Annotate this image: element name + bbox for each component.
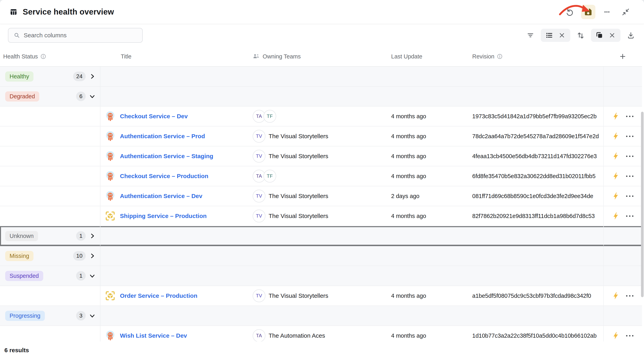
search-columns-box[interactable]	[8, 28, 143, 43]
service-title-link[interactable]: Checkout Service – Dev	[120, 113, 188, 120]
row-menu-button[interactable]	[626, 295, 634, 296]
row-menu-button[interactable]	[626, 176, 634, 177]
service-teams-cell: TV The Visual Storytellers	[250, 186, 382, 206]
search-columns-input[interactable]	[24, 32, 137, 39]
scorecard-bolt-icon[interactable]	[612, 112, 619, 120]
sort-icon	[576, 31, 585, 40]
team-avatar: TV	[253, 210, 266, 222]
scorecard-bolt-icon[interactable]	[612, 132, 619, 140]
group-count: 3	[76, 311, 86, 320]
empty-cell	[250, 246, 382, 266]
group-row[interactable]: Missing 10	[0, 246, 642, 266]
empty-cell	[250, 266, 382, 286]
service-status-cell	[0, 206, 100, 226]
undo-button[interactable]	[562, 5, 577, 19]
group-controls: 10	[73, 251, 96, 261]
chevron-icon[interactable]	[89, 312, 96, 319]
save-button[interactable]	[581, 5, 596, 19]
collapse-widget-button[interactable]	[618, 5, 633, 19]
service-teams-cell: TA The Automation Aces	[250, 326, 382, 341]
service-title-cell: Checkout Service – Production	[100, 166, 250, 186]
service-status-cell	[0, 107, 100, 126]
row-menu-button[interactable]	[626, 116, 634, 117]
service-row[interactable]: Wish List Service – Dev TA The Automatio…	[0, 326, 642, 341]
status-badge: Progressing	[5, 311, 45, 321]
table-widget-icon	[10, 8, 18, 16]
column-header-owning-teams[interactable]: Owning Teams	[250, 47, 382, 66]
group-row[interactable]: Progressing 3	[0, 306, 642, 326]
row-menu-button[interactable]	[626, 215, 634, 217]
column-header-health-status[interactable]: Health Status	[0, 47, 100, 66]
scorecard-bolt-icon[interactable]	[612, 172, 619, 180]
group-status-cell[interactable]: Healthy 24	[0, 67, 100, 86]
column-header-revision[interactable]: Revision	[468, 47, 603, 66]
service-title-link[interactable]: Order Service – Production	[120, 292, 197, 299]
table-footer: 6 results	[0, 341, 644, 359]
row-menu-button[interactable]	[626, 195, 634, 197]
empty-cell	[468, 246, 603, 266]
vertical-scrollbar[interactable]	[641, 112, 644, 297]
service-title-link[interactable]: Shipping Service – Production	[120, 213, 207, 219]
team-avatar: TV	[253, 150, 266, 163]
team-name: The Automation Aces	[268, 332, 325, 339]
group-row[interactable]: Unknown 1	[0, 226, 642, 246]
clear-group-by-button[interactable]	[608, 31, 616, 40]
scorecard-bolt-icon[interactable]	[612, 292, 619, 300]
chevron-icon[interactable]	[89, 73, 96, 80]
scorecard-bolt-icon[interactable]	[612, 212, 619, 220]
row-menu-button[interactable]	[626, 335, 634, 336]
group-status-cell[interactable]: Degraded 6	[0, 87, 100, 106]
scorecard-bolt-icon[interactable]	[612, 332, 619, 340]
group-row[interactable]: Suspended 1	[0, 266, 642, 286]
list-view-button[interactable]	[545, 31, 554, 40]
empty-cell	[100, 226, 250, 246]
chevron-icon[interactable]	[89, 252, 96, 259]
service-row[interactable]: Authentication Service – Prod TV The Vis…	[0, 126, 642, 146]
service-title-link[interactable]: Authentication Service – Staging	[120, 153, 213, 160]
group-status-cell[interactable]: Missing 10	[0, 246, 100, 266]
export-button[interactable]	[626, 31, 635, 40]
team-name: The Visual Storytellers	[268, 213, 328, 219]
group-row[interactable]: Healthy 24	[0, 67, 642, 87]
service-title-link[interactable]: Wish List Service – Dev	[120, 332, 187, 339]
empty-cell	[468, 266, 603, 286]
empty-cell	[468, 226, 603, 246]
team-avatars: TV	[253, 190, 266, 202]
octopus-service-icon	[104, 190, 116, 202]
group-status-cell[interactable]: Progressing 3	[0, 306, 100, 325]
chevron-icon[interactable]	[89, 272, 96, 279]
service-title-link[interactable]: Authentication Service – Dev	[120, 193, 202, 199]
scorecard-bolt-icon[interactable]	[612, 192, 619, 200]
service-row[interactable]: Checkout Service – Dev TATF 4 months ago…	[0, 107, 642, 126]
row-menu-button[interactable]	[626, 156, 634, 157]
group-by-button[interactable]	[595, 31, 604, 40]
service-actions-cell	[603, 286, 642, 305]
service-title-link[interactable]: Checkout Service – Production	[120, 173, 208, 180]
group-status-cell[interactable]: Unknown 1	[0, 226, 100, 246]
service-row[interactable]: Order Service – Production TV The Visual…	[0, 286, 642, 306]
revision-value: 82f7862b20921e9d8313ff11dcb1a98b6d7d8c53	[472, 213, 595, 219]
service-row[interactable]: Authentication Service – Staging TV The …	[0, 146, 642, 166]
group-status-cell[interactable]: Suspended 1	[0, 266, 100, 286]
more-options-button[interactable]	[600, 5, 614, 19]
group-row[interactable]: Degraded 6	[0, 87, 642, 107]
filter-button[interactable]	[526, 31, 535, 40]
sort-button[interactable]	[576, 31, 585, 40]
scorecard-bolt-icon[interactable]	[612, 152, 619, 160]
chevron-icon[interactable]	[89, 93, 96, 100]
health-status-header-label: Health Status	[3, 53, 38, 60]
column-header-title[interactable]: Title	[100, 47, 250, 66]
last-update-value: 4 months ago	[391, 173, 426, 180]
service-row[interactable]: Shipping Service – Production TV The Vis…	[0, 206, 642, 226]
clear-list-view-button[interactable]	[558, 31, 566, 40]
service-actions-cell	[603, 146, 642, 166]
service-row[interactable]: Authentication Service – Dev TV The Visu…	[0, 186, 642, 206]
row-menu-button[interactable]	[626, 136, 634, 137]
service-row[interactable]: Checkout Service – Production TATF 4 mon…	[0, 166, 642, 186]
column-header-last-update[interactable]: Last Update	[382, 47, 468, 66]
collapse-icon	[622, 8, 630, 16]
service-title-link[interactable]: Authentication Service – Prod	[120, 133, 205, 140]
add-column-button[interactable]	[603, 47, 642, 66]
save-icon	[584, 7, 593, 17]
chevron-icon[interactable]	[89, 233, 96, 239]
